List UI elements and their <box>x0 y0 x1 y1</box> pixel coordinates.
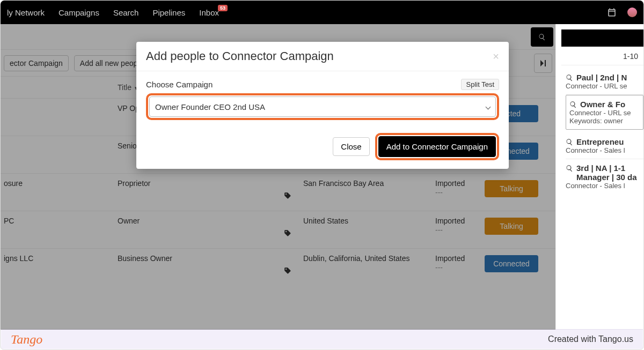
search-icon <box>569 101 577 108</box>
add-to-campaign-button[interactable]: Add to Connector Campaign <box>378 136 496 157</box>
campaign-select[interactable]: Owner Founder CEO 2nd USA <box>149 96 496 117</box>
main-panel: ector Campaign Add all new peop Title ▾ <box>1 24 556 330</box>
nav-inbox[interactable]: Inbox 53 <box>199 8 219 17</box>
saved-search-sub: Connector - URL se <box>569 109 640 117</box>
saved-search-title: Entrepreneu <box>576 137 624 146</box>
close-icon[interactable]: × <box>493 50 499 63</box>
top-nav: ly Network Campaigns Search Pipelines In… <box>1 1 643 24</box>
saved-search-sub: Connector - Sales l <box>566 182 641 190</box>
saved-searches-panel: 1-10 Paul | 2nd | N Connector - URL se O… <box>556 24 643 330</box>
saved-search-item[interactable]: Entrepreneu Connector - Sales l <box>566 133 643 159</box>
search-icon <box>566 138 573 146</box>
saved-search-sub: Connector - URL se <box>566 82 641 90</box>
campaign-selected-value: Owner Founder CEO 2nd USA <box>155 102 265 111</box>
nav-network[interactable]: ly Network <box>7 8 45 17</box>
page-range: 1-10 <box>561 50 643 65</box>
sidebar-header <box>561 29 643 47</box>
calendar-icon[interactable] <box>607 8 617 17</box>
saved-search-keywords: Keywords: owner <box>569 117 640 125</box>
add-people-modal: Add people to Connector Campaign × Choos… <box>136 42 509 169</box>
nav-pipelines[interactable]: Pipelines <box>152 8 185 17</box>
saved-search-item[interactable]: 3rd | NA | 1-1 Manager | 30 da Connector… <box>566 159 643 194</box>
saved-search-item-active[interactable]: Owner & Fo Connector - URL se Keywords: … <box>566 95 643 130</box>
choose-campaign-label: Choose Campaign <box>146 80 213 89</box>
saved-search-title: 3rd | NA | 1-1 <box>576 163 625 173</box>
campaign-select-highlight: Owner Founder CEO 2nd USA <box>146 93 499 120</box>
saved-search-sub: Connector - Sales l <box>566 146 641 154</box>
search-icon <box>566 74 573 81</box>
inbox-badge: 53 <box>218 5 228 11</box>
modal-title: Add people to Connector Campaign <box>146 49 334 63</box>
saved-search-title-line2: Manager | 30 da <box>576 173 637 182</box>
saved-search-title: Paul | 2nd | N <box>576 73 627 82</box>
saved-search-title: Owner & Fo <box>580 100 625 109</box>
search-icon <box>566 165 573 172</box>
split-test-button[interactable]: Split Test <box>461 79 499 90</box>
chevron-down-icon <box>486 104 491 109</box>
created-with-label: Created with Tango.us <box>548 334 633 344</box>
nav-search[interactable]: Search <box>113 8 139 17</box>
tango-footer: Tango Created with Tango.us <box>1 329 643 349</box>
saved-search-item[interactable]: Paul | 2nd | N Connector - URL se <box>566 69 643 95</box>
nav-inbox-label: Inbox <box>199 8 219 17</box>
close-button[interactable]: Close <box>333 137 369 156</box>
submit-highlight: Add to Connector Campaign <box>375 133 499 160</box>
tango-logo: Tango <box>11 332 42 347</box>
user-avatar[interactable] <box>627 8 637 17</box>
nav-campaigns[interactable]: Campaigns <box>58 8 99 17</box>
